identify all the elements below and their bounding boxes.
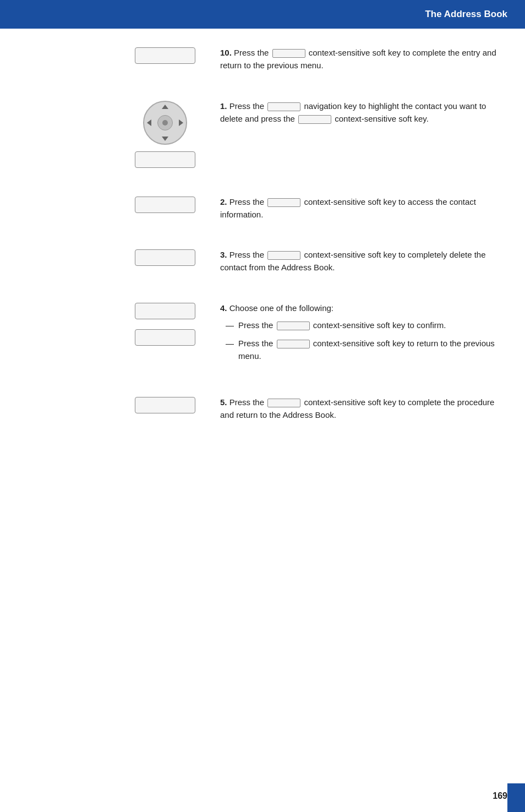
inline-navkey-1	[267, 102, 300, 111]
inline-softkey-5	[267, 399, 300, 407]
instruction-row-3: 3. Press the context-sensitive soft key …	[121, 247, 503, 274]
step-number-5: 5.	[220, 397, 229, 407]
dash-4a: —	[226, 319, 234, 331]
page-title: The Address Book	[425, 9, 507, 20]
icon-area-4	[121, 301, 209, 346]
step-number-10: 10.	[220, 48, 234, 57]
softkey-button-3	[135, 249, 195, 266]
text-area-4: 4. Choose one of the following: — Press …	[220, 301, 503, 368]
softkey-button-4b	[135, 329, 195, 346]
step-text-1: 1. Press the navigation key to highlight…	[220, 101, 486, 123]
inline-softkey-4b	[277, 340, 310, 348]
softkey-button-10	[135, 47, 195, 64]
step-number-3: 3.	[220, 250, 229, 259]
dash-4b: —	[226, 337, 234, 350]
inline-softkey-3	[267, 251, 300, 260]
step-number-4: 4.	[220, 303, 229, 313]
header-bar: The Address Book	[0, 0, 525, 29]
icon-area-1	[121, 99, 209, 168]
instruction-row-4: 4. Choose one of the following: — Press …	[121, 301, 503, 368]
softkey-button-2	[135, 197, 195, 213]
dpad-down-arrow	[162, 137, 168, 141]
dpad-up-arrow	[162, 105, 168, 109]
sub-item-4a: — Press the context-sensitive soft key t…	[226, 319, 503, 331]
softkey-button-4a	[135, 303, 195, 319]
icon-area-3	[121, 247, 209, 266]
instruction-row-1: 1. Press the navigation key to highlight…	[121, 99, 503, 168]
dpad-right-arrow	[179, 119, 183, 126]
inline-softkey-4a	[277, 321, 310, 330]
instruction-row-10: 10. Press the context-sensitive soft key…	[121, 45, 503, 72]
step-text-4: 4. Choose one of the following:	[220, 303, 333, 313]
step-number-1: 1.	[220, 101, 229, 111]
dpad-icon	[143, 101, 187, 145]
step-number-2: 2.	[220, 197, 229, 206]
footer: 169	[493, 791, 507, 801]
main-content: 10. Press the context-sensitive soft key…	[0, 29, 525, 481]
text-area-5: 5. Press the context-sensitive soft key …	[220, 395, 503, 422]
inline-softkey-1	[298, 115, 331, 124]
softkey-button-5	[135, 397, 195, 413]
step-text-2: 2. Press the context-sensitive soft key …	[220, 197, 476, 219]
inline-softkey-10a	[272, 49, 305, 58]
instruction-row-2: 2. Press the context-sensitive soft key …	[121, 194, 503, 221]
step-text-5: 5. Press the context-sensitive soft key …	[220, 397, 494, 419]
icon-area-10	[121, 45, 209, 64]
icon-area-5	[121, 395, 209, 413]
dpad-center-dot	[162, 120, 168, 126]
page-number: 169	[493, 791, 507, 800]
sub-text-4a: Press the context-sensitive soft key to …	[238, 319, 446, 331]
sub-text-4b: Press the context-sensitive soft key to …	[238, 337, 503, 363]
dpad-center	[157, 115, 173, 130]
text-area-10: 10. Press the context-sensitive soft key…	[220, 45, 503, 72]
bottom-right-accent	[507, 783, 525, 812]
text-area-3: 3. Press the context-sensitive soft key …	[220, 247, 503, 274]
instruction-row-5: 5. Press the context-sensitive soft key …	[121, 395, 503, 422]
softkey-button-1	[135, 151, 195, 168]
text-area-2: 2. Press the context-sensitive soft key …	[220, 194, 503, 221]
sub-item-4b: — Press the context-sensitive soft key t…	[226, 337, 503, 363]
dpad-left-arrow	[147, 119, 151, 126]
sub-list-4: — Press the context-sensitive soft key t…	[226, 319, 503, 363]
inline-softkey-2	[267, 198, 300, 207]
text-area-1: 1. Press the navigation key to highlight…	[220, 99, 503, 126]
step-text-3: 3. Press the context-sensitive soft key …	[220, 250, 486, 272]
step-text-10: 10. Press the context-sensitive soft key…	[220, 48, 496, 70]
icon-area-2	[121, 194, 209, 213]
